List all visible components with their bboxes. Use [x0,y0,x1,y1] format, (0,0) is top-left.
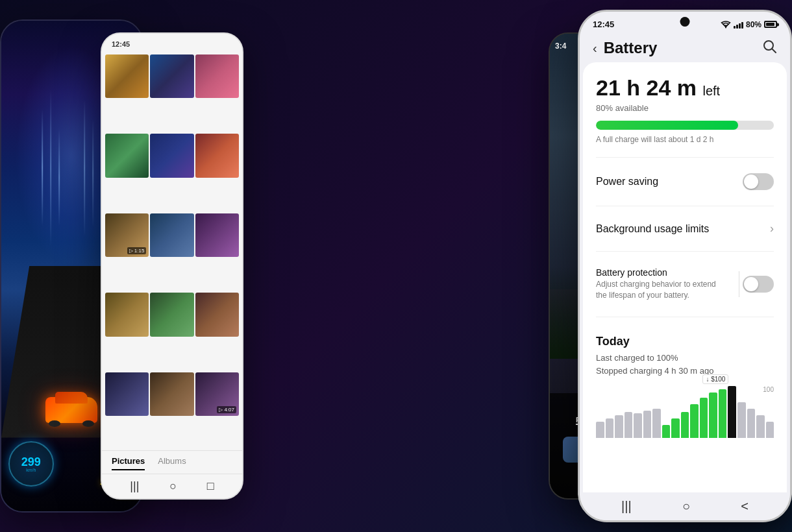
battery-header: ‹ Battery [580,32,790,62]
svg-point-0 [725,27,726,28]
gallery-thumb-13[interactable] [105,372,149,416]
tab-albums[interactable]: Albums [158,456,186,470]
gallery-thumb-1[interactable] [105,54,149,98]
chart-bar-11 [690,404,699,438]
battery-protection-toggle[interactable] [743,276,774,293]
background-usage-option[interactable]: Background usage limits › [596,214,774,243]
gallery-nav-recents[interactable]: □ [207,479,214,493]
chart-bars [596,386,774,438]
battery-body: 21 h 24 m left 80% available A full char… [583,62,787,492]
battery-search-icon[interactable] [763,40,777,57]
gallery-grid: ▷ 1:15 ▷ 4:07 [102,51,242,450]
chart-bar-2 [606,418,614,438]
camera-ratio: 3:4 [555,42,566,51]
battery-protection-sublabel: Adjust charging behavior to extend the l… [596,279,726,301]
chart-bar-3 [615,415,623,438]
divider-3 [596,251,774,252]
gallery-thumb-8[interactable] [150,213,193,257]
chart-bar-5 [634,413,642,438]
power-saving-option: Power saving [596,165,774,198]
gallery-nav-home[interactable]: ○ [169,479,177,493]
gallery-thumb-4[interactable] [105,134,149,177]
time-hours: 21 h [596,75,640,100]
gallery-thumb-7[interactable]: ▷ 1:15 [105,213,149,257]
chart-bar-13 [709,393,717,438]
power-saving-toggle[interactable] [743,173,774,190]
chart-bar-7 [652,409,661,438]
battery-time-left: 21 h 24 m left [596,75,774,101]
last-charged-text: Last charged to 100% [596,352,774,365]
chart-bar-14 [719,389,727,438]
chart-bar-17 [756,415,765,438]
battery-protection-option: Battery protection Adjust charging behav… [596,260,774,309]
battery-protection-label: Battery protection [596,267,726,278]
speedometer: 299 km/h [8,441,54,487]
gallery-tabs: Pictures Albums [102,450,242,474]
divider-2 [596,206,774,206]
phone-battery-settings: 12:45 [578,10,792,522]
battery-today-info: Last charged to 100% Stopped charging 4 … [596,352,774,379]
chart-bar-1 [596,422,604,438]
gallery-thumb-14[interactable] [150,372,193,416]
battery-progress-fill [596,121,738,130]
chart-label: ↓ $100 [702,374,728,384]
gallery-thumb-3[interactable] [195,54,239,98]
battery-back-button[interactable]: ‹ [593,41,597,56]
chart-bar-16 [747,409,756,438]
gallery-nav: ||| ○ □ [102,474,242,498]
search-svg [763,40,777,54]
chart-bar-12 [700,398,708,438]
time-left-label: left [702,84,720,98]
chart-y-label: 100 [763,386,774,393]
chart-bar-4 [625,412,633,438]
battery-page-title: Battery [604,39,756,57]
battery-icon-small [764,21,777,28]
speed-value: 299 [21,456,41,468]
chart-bar-18 [766,422,774,438]
battery-percent-label: 80% [746,20,761,29]
battery-nav-home[interactable]: ○ [682,499,690,514]
chart-bar-8 [662,425,671,438]
svg-line-2 [772,49,776,53]
chart-bar-9 [671,418,680,438]
background-usage-arrow: › [770,222,774,236]
battery-chart: ↓ $100 100 [596,386,774,444]
divider-1 [596,157,774,158]
gallery-thumb-11[interactable] [150,293,193,336]
battery-available-text: 80% available [596,103,774,113]
battery-full-charge-text: A full charge will last about 1 d 2 h [596,135,774,144]
gallery-thumb-15[interactable]: ▷ 4:07 [195,372,239,416]
gallery-status-bar: 12:45 [102,34,242,51]
divider-4 [596,317,774,317]
gallery-thumb-2[interactable] [150,54,193,98]
today-section-title: Today [596,325,774,352]
chart-bar-current [728,386,736,438]
chart-bar-6 [643,411,652,438]
gallery-thumb-10[interactable] [105,293,149,336]
battery-time: 12:45 [593,19,614,29]
battery-nav-bar: ||| ○ < [583,492,787,520]
gallery-thumb-12[interactable] [195,293,239,336]
phone-gallery: 12:45 ▷ 1:15 [101,32,243,500]
power-saving-label: Power saving [596,176,658,187]
gallery-thumb-9[interactable] [195,213,239,257]
gallery-nav-back[interactable]: ||| [130,479,139,493]
gallery-time: 12:45 [112,40,130,48]
battery-nav-recents[interactable]: < [741,499,749,514]
stopped-charging-text: Stopped charging 4 h 30 m ago [596,365,774,378]
time-minutes: 24 m [647,75,697,100]
battery-status-right: 80% [721,20,777,29]
chart-bar-10 [681,412,689,438]
tab-pictures[interactable]: Pictures [112,456,145,470]
phone-camera-notch [680,17,690,27]
battery-nav-back[interactable]: ||| [621,499,632,514]
battery-progress-bar [596,121,774,130]
signal-bars [734,21,743,29]
background-usage-label: Background usage limits [596,223,709,235]
racing-car [45,397,97,423]
gallery-thumb-5[interactable] [150,134,193,177]
wifi-icon [721,21,731,29]
chart-bar-15 [737,402,746,438]
gallery-thumb-6[interactable] [195,134,239,177]
speed-unit: km/h [26,468,36,472]
